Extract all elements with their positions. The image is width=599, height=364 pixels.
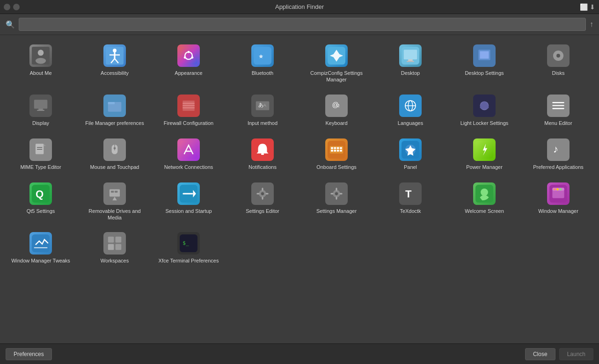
- app-grid: About MeAccessibilityAppearance⭒Bluetoot…: [0, 35, 599, 343]
- app-label-network: Network Connections: [164, 164, 213, 170]
- app-item-welcome[interactable]: Welcome Screen: [448, 178, 520, 226]
- app-item-mouse[interactable]: Mouse and Touchpad: [79, 134, 151, 176]
- app-icon-desktop-settings: [473, 44, 496, 67]
- app-label-display: Display: [32, 120, 49, 126]
- svg-point-12: [191, 57, 194, 59]
- app-icon-display: [29, 95, 52, 117]
- app-item-file-manager[interactable]: File Manager preferences: [79, 90, 151, 132]
- app-item-wm-tweaks[interactable]: Window Manager Tweaks: [5, 227, 77, 269]
- svg-point-111: [481, 189, 488, 196]
- app-label-power: Power Manager: [466, 164, 503, 170]
- app-icon-firewall: [177, 95, 200, 117]
- app-label-compiz: CompizConfig Settings Manager: [303, 70, 370, 83]
- svg-rect-106: [330, 193, 333, 194]
- svg-point-117: [559, 188, 562, 190]
- app-item-about-me[interactable]: About Me: [5, 40, 77, 88]
- svg-rect-124: [116, 244, 122, 250]
- app-item-disks[interactable]: Disks: [522, 40, 594, 88]
- search-input[interactable]: [19, 18, 586, 31]
- svg-rect-98: [262, 197, 263, 199]
- app-item-session[interactable]: Session and Startup: [153, 178, 225, 226]
- app-item-window-manager[interactable]: Window Manager: [522, 178, 594, 226]
- app-item-bluetooth[interactable]: ⭒Bluetooth: [226, 40, 299, 88]
- svg-rect-71: [334, 147, 336, 149]
- app-item-firewall[interactable]: Firewall Configuration: [153, 90, 225, 132]
- app-label-removable: Removable Drives and Media: [81, 208, 148, 221]
- app-item-notifications[interactable]: Notifications: [226, 134, 299, 176]
- svg-rect-23: [480, 51, 489, 59]
- app-item-power[interactable]: Power Manager: [448, 134, 520, 176]
- app-label-onboard: Onboard Settings: [316, 164, 357, 170]
- app-icon-session: [177, 182, 200, 205]
- app-item-settings-editor[interactable]: Settings Editor: [226, 178, 299, 226]
- app-item-accessibility[interactable]: Accessibility: [79, 40, 151, 88]
- titlebar-right: ⬜ ⬇: [580, 3, 595, 11]
- svg-rect-77: [340, 150, 342, 152]
- app-item-terminal[interactable]: $_Xfce Terminal Preferences: [153, 227, 225, 269]
- app-icon-qt5: Q: [29, 182, 52, 205]
- app-item-network[interactable]: Network Connections: [153, 134, 225, 176]
- app-label-accessibility: Accessibility: [101, 70, 129, 76]
- app-item-onboard[interactable]: Onboard Settings: [300, 134, 373, 176]
- svg-rect-36: [183, 102, 194, 103]
- search-icon: 🔍: [6, 20, 15, 29]
- app-item-desktop[interactable]: Desktop: [374, 40, 446, 88]
- app-item-texdoctk[interactable]: TTeXdoctk: [374, 178, 446, 226]
- svg-rect-74: [331, 150, 333, 152]
- svg-text:あ: あ: [258, 102, 263, 108]
- svg-rect-29: [38, 109, 43, 109]
- svg-rect-97: [262, 188, 263, 190]
- svg-point-11: [188, 51, 190, 53]
- app-label-session: Session and Startup: [165, 208, 212, 214]
- app-label-terminal: Xfce Terminal Preferences: [159, 257, 219, 264]
- app-label-bluetooth: Bluetooth: [252, 70, 273, 76]
- svg-point-64: [114, 147, 116, 149]
- close-button[interactable]: Close: [525, 348, 555, 360]
- svg-text:2: 2: [337, 103, 340, 108]
- app-icon-notifications: [251, 138, 274, 161]
- app-icon-texdoctk: T: [399, 182, 422, 205]
- app-item-appearance[interactable]: Appearance: [153, 40, 225, 88]
- svg-text:T: T: [405, 188, 412, 200]
- app-item-languages[interactable]: Languages: [374, 90, 446, 132]
- app-item-preferred[interactable]: ♪Preferred Applications: [522, 134, 594, 176]
- close-window-button[interactable]: ✕: [4, 4, 10, 10]
- svg-rect-82: [549, 141, 567, 159]
- app-item-settings-manager[interactable]: Settings Manager: [300, 178, 373, 226]
- app-label-light-locker: Light Locker Settings: [460, 120, 509, 126]
- app-item-qt5[interactable]: QQt5 Settings: [5, 178, 77, 226]
- search-go-icon[interactable]: ↑: [590, 20, 593, 29]
- app-item-workspaces[interactable]: Workspaces: [79, 227, 151, 269]
- app-item-display[interactable]: Display: [5, 90, 77, 132]
- bottombar: Preferences Close Launch: [0, 343, 599, 364]
- app-label-mime-type: MIME Type Editor: [20, 164, 61, 170]
- app-label-notifications: Notifications: [248, 164, 277, 170]
- app-item-compiz[interactable]: CompizConfig Settings Manager: [300, 40, 373, 88]
- app-label-window-manager: Window Manager: [538, 208, 578, 214]
- app-item-light-locker[interactable]: Light Locker Settings: [448, 90, 520, 132]
- app-icon-languages: [399, 95, 422, 117]
- minimize-button[interactable]: −: [13, 4, 20, 10]
- svg-rect-65: [180, 141, 197, 159]
- app-icon-settings-manager: [325, 182, 348, 205]
- app-item-panel[interactable]: Panel: [374, 134, 446, 176]
- svg-point-13: [184, 57, 186, 59]
- app-label-workspaces: Workspaces: [101, 257, 129, 264]
- app-icon-about-me: [29, 44, 52, 67]
- svg-rect-55: [552, 108, 564, 109]
- svg-rect-33: [108, 102, 115, 104]
- svg-rect-76: [337, 150, 339, 152]
- svg-rect-104: [336, 188, 337, 190]
- app-icon-appearance: [177, 44, 200, 67]
- app-item-menu-editor[interactable]: Menu Editor: [522, 90, 594, 132]
- app-icon-preferred: ♪: [547, 138, 570, 161]
- svg-text:⭒: ⭒: [259, 50, 263, 62]
- app-item-desktop-settings[interactable]: Desktop Settings: [448, 40, 520, 88]
- app-item-input-method[interactable]: あAInput method: [226, 90, 299, 132]
- launch-button[interactable]: Launch: [559, 348, 593, 360]
- app-item-removable[interactable]: Removable Drives and Media: [79, 178, 151, 226]
- preferences-button[interactable]: Preferences: [6, 348, 52, 360]
- svg-point-4: [113, 49, 117, 52]
- app-item-keyboard[interactable]: @2Keyboard: [300, 90, 373, 132]
- app-item-mime-type[interactable]: MIME Type Editor: [5, 134, 77, 176]
